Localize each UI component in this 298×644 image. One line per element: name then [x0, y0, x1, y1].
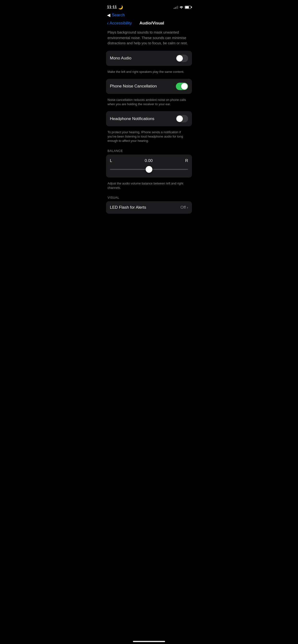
- phone-noise-cancellation-toggle-thumb: [181, 83, 188, 90]
- page-title: Audio/Visual: [132, 21, 172, 26]
- headphone-notifications-toggle[interactable]: [176, 115, 188, 122]
- balance-card: L 0.00 R: [106, 154, 192, 178]
- status-icons: [174, 5, 191, 9]
- moon-icon: 🌙: [118, 5, 123, 10]
- back-chevron-icon: ‹: [107, 20, 109, 26]
- status-bar: 11:11 🌙: [102, 0, 196, 12]
- headphone-notifications-label: Headphone Notifications: [110, 116, 154, 121]
- mono-audio-toggle-thumb: [176, 55, 183, 62]
- led-flash-label: LED Flash for Alerts: [110, 205, 146, 210]
- content-area: Plays background sounds to mask unwanted…: [102, 29, 196, 214]
- nav-search-row: ◀ Search: [102, 12, 196, 19]
- balance-description: Adjust the audio volume balance between …: [106, 180, 192, 195]
- balance-left-label: L: [110, 158, 112, 163]
- background-sounds-description: Plays background sounds to mask unwanted…: [106, 29, 192, 51]
- signal-bars: [174, 6, 178, 9]
- mono-audio-label: Mono Audio: [110, 56, 131, 60]
- back-to-accessibility[interactable]: ‹ Accessibility: [107, 20, 132, 26]
- balance-right-label: R: [185, 158, 188, 163]
- headphone-notifications-toggle-thumb: [176, 116, 183, 122]
- battery-fill: [185, 6, 189, 8]
- balance-labels: L 0.00 R: [110, 158, 188, 163]
- led-flash-chevron-icon: ›: [187, 205, 188, 210]
- phone-noise-cancellation-toggle[interactable]: [176, 83, 188, 90]
- signal-bar-4: [177, 6, 178, 9]
- signal-bar-3: [176, 6, 177, 9]
- headphone-notifications-description: To protect your hearing, iPhone sends a …: [106, 128, 192, 148]
- led-flash-row[interactable]: LED Flash for Alerts Off ›: [106, 201, 192, 214]
- mono-audio-description: Make the left and right speakers play th…: [106, 68, 192, 79]
- mono-audio-toggle[interactable]: [176, 54, 188, 62]
- balance-slider-track: [110, 169, 188, 170]
- visual-section-header: VISUAL: [106, 195, 192, 201]
- phone-noise-cancellation-description: Noise cancellation reduces ambient noise…: [106, 96, 192, 111]
- balance-value: 0.00: [145, 158, 153, 163]
- status-time: 11:11 🌙: [107, 5, 123, 10]
- led-flash-value: Off: [181, 205, 186, 210]
- time-display: 11:11: [107, 5, 117, 9]
- signal-bar-1: [174, 8, 175, 9]
- battery-icon: [185, 6, 191, 9]
- back-search-button[interactable]: ◀ Search: [107, 12, 191, 18]
- wifi-icon: [180, 5, 183, 9]
- headphone-notifications-row: Headphone Notifications: [106, 111, 192, 126]
- mono-audio-row: Mono Audio: [106, 51, 192, 66]
- search-back-label: Search: [112, 13, 125, 18]
- balance-section-header: BALANCE: [106, 148, 192, 154]
- led-flash-right: Off ›: [181, 205, 188, 210]
- balance-slider-thumb[interactable]: [146, 166, 152, 173]
- balance-slider-container: [110, 166, 188, 173]
- phone-noise-cancellation-row: Phone Noise Cancellation: [106, 79, 192, 94]
- back-parent-label: Accessibility: [110, 21, 132, 26]
- nav-header: ‹ Accessibility Audio/Visual: [102, 19, 196, 29]
- phone-noise-cancellation-label: Phone Noise Cancellation: [110, 84, 157, 89]
- signal-bar-2: [175, 7, 176, 9]
- back-arrow-icon: ◀: [107, 12, 110, 18]
